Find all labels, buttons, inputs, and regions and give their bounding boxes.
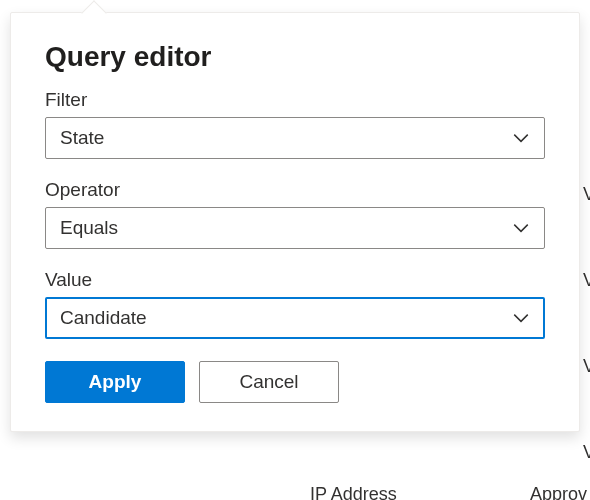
value-field: Value Candidate xyxy=(45,269,545,339)
cancel-button-label: Cancel xyxy=(239,371,298,393)
value-select-value: Candidate xyxy=(60,307,147,329)
operator-select-value: Equals xyxy=(60,217,118,239)
operator-label: Operator xyxy=(45,179,545,201)
filter-field: Filter State xyxy=(45,89,545,159)
filter-select-value: State xyxy=(60,127,104,149)
bg-ip-label: IP Address xyxy=(310,484,397,500)
value-select[interactable]: Candidate xyxy=(45,297,545,339)
callout-beak xyxy=(81,0,106,25)
panel-title: Query editor xyxy=(45,41,545,73)
chevron-down-icon xyxy=(512,129,530,147)
value-label: Value xyxy=(45,269,545,291)
operator-field: Operator Equals xyxy=(45,179,545,249)
apply-button[interactable]: Apply xyxy=(45,361,185,403)
bg-v4: V xyxy=(583,442,590,463)
bg-v1: V xyxy=(583,184,590,205)
bg-approv: Approv xyxy=(530,484,587,500)
filter-label: Filter xyxy=(45,89,545,111)
cancel-button[interactable]: Cancel xyxy=(199,361,339,403)
chevron-down-icon xyxy=(512,219,530,237)
bg-v3: V xyxy=(583,356,590,377)
query-editor-panel: Query editor Filter State Operator Equal… xyxy=(10,12,580,432)
bg-v2: V xyxy=(583,270,590,291)
filter-select[interactable]: State xyxy=(45,117,545,159)
button-row: Apply Cancel xyxy=(45,361,545,403)
chevron-down-icon xyxy=(512,309,530,327)
operator-select[interactable]: Equals xyxy=(45,207,545,249)
apply-button-label: Apply xyxy=(89,371,142,393)
